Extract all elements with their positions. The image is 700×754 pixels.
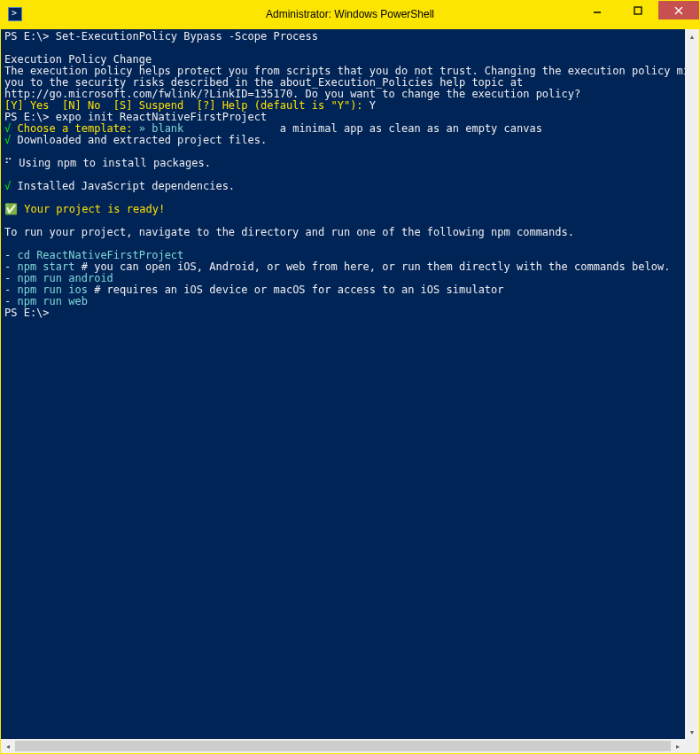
instructions: To run your project, navigate to the dir… [4,226,574,238]
status-line: Installed JavaScript dependencies. [11,180,235,192]
policy-line: The execution policy helps protect you f… [4,65,685,77]
scroll-left-icon[interactable]: ◂ [1,739,15,753]
command: expo init ReactNativeFirstProject [56,111,267,123]
cmd-npm-start: npm start [11,260,74,273]
cmd-comment: # you can open iOS, Android, or web from… [74,260,670,273]
window-controls [577,1,699,19]
scroll-right-icon[interactable]: ▸ [671,739,685,753]
status-line: Using npm to install packages. [12,157,211,169]
policy-answer: Y [363,99,376,112]
policy-header: Execution Policy Change [4,53,152,66]
cmd-cd: cd ReactNativeFirstProject [11,249,183,261]
prompt: PS E:\> [4,307,50,319]
scroll-down-icon[interactable]: ▾ [685,725,699,739]
prompt: PS E:\> [4,111,50,123]
powershell-window: Administrator: Windows PowerShell PS E:\… [0,0,700,754]
policy-line: you to the security risks described in t… [4,76,523,89]
scroll-up-icon[interactable]: ▴ [685,29,699,43]
svg-rect-1 [634,7,642,14]
scroll-thumb[interactable] [15,741,671,751]
policy-line: http://go.microsoft.com/fwlink/?LinkID=1… [4,88,580,100]
close-button[interactable] [658,1,699,19]
arrow-icon: » [139,122,145,135]
template-desc: a minimal app as clean as an empty canva… [280,122,542,135]
terminal-area: PS E:\> Set-ExecutionPolicy Bypass -Scop… [1,27,699,753]
ready-message: Your project is ready! [18,203,165,215]
vertical-scrollbar[interactable]: ▴ ▾ [685,29,699,739]
template-name: blank [145,122,183,135]
cmd-comment: # requires an iOS device or macOS for ac… [88,284,504,296]
horizontal-scrollbar[interactable]: ◂ ▸ [1,739,685,753]
status-line: Downloaded and extracted project files. [11,134,267,146]
policy-options: [Y] Yes [N] No [S] Suspend [?] Help (def… [4,99,363,112]
window-title: Administrator: Windows PowerShell [266,8,434,20]
prompt: PS E:\> [4,30,50,43]
scrollbar-corner [685,739,699,753]
minimize-button[interactable] [577,1,618,19]
powershell-icon [8,7,22,21]
maximize-button[interactable] [618,1,658,19]
titlebar[interactable]: Administrator: Windows PowerShell [1,1,699,27]
cmd-npm-web: npm run web [11,295,88,307]
terminal-output[interactable]: PS E:\> Set-ExecutionPolicy Bypass -Scop… [1,29,685,739]
choose-template-label: Choose a template: [11,122,139,135]
ready-icon: ✅ [4,203,18,215]
cmd-npm-android: npm run android [11,272,113,284]
spinner-icon: ⠋ [4,157,12,169]
command: Set-ExecutionPolicy Bypass -Scope Proces… [56,30,318,43]
cmd-npm-ios: npm run ios [11,284,88,296]
